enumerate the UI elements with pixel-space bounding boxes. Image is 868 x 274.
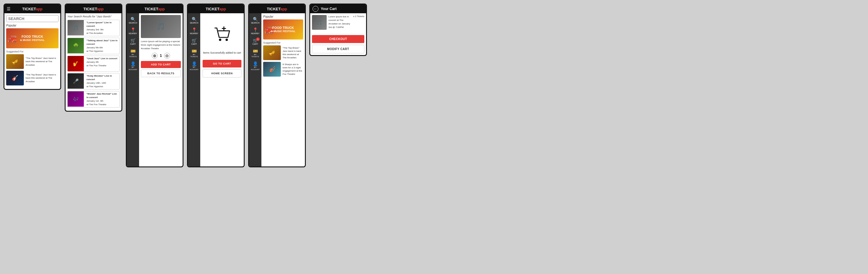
cart-plus-svg xyxy=(213,26,231,45)
result-title-2: "Talking about Jazz" Live in concert xyxy=(87,39,119,46)
back-button[interactable]: ← xyxy=(313,6,318,12)
result-img-content-4: 🎤 xyxy=(68,73,84,89)
result-info-4: "Koby Mendez" Live in concert January 13… xyxy=(86,73,119,89)
account-icon: 👤 xyxy=(130,61,135,66)
home-screen-button[interactable]: HOME SCREEN xyxy=(203,69,241,78)
result-venue-5: at The Fox Theatre xyxy=(87,103,119,106)
band-img-5: 🎻 xyxy=(263,62,281,77)
cart-item-thumbnail: 🎵 xyxy=(312,15,327,30)
qty-decrease-button[interactable]: ⊕ xyxy=(152,53,158,59)
card-img-5a: 🎺 xyxy=(263,45,281,60)
screen-event-detail: TICKETapp 🔍 SEARCH 📍 NEARBY 🛒 CART 🎫 MYT… xyxy=(126,3,184,167)
result-dates-4: January 13th- 14th xyxy=(87,81,119,85)
tickets-icon: 🎫 xyxy=(130,49,135,53)
quantity-control: ⊕ 1 ⊖ xyxy=(141,53,181,59)
search-icon-5: 🔍 xyxy=(253,17,258,22)
home-content-5: Popular FOOD TRUCK & MUSIC FESTIVAL Sugg… xyxy=(261,13,305,166)
nav-search-3[interactable]: 🔍 SEARCH xyxy=(127,16,139,25)
banner-text: FOOD TRUCK & MUSIC FESTIVAL xyxy=(19,34,45,43)
screen-home-with-badge: TICKETapp 🔍 SEARCH 📍 NEARBY 🛒 1 CART 🎫 M… xyxy=(248,3,306,167)
confirm-content: Items Successfully added to cart GO TO C… xyxy=(200,13,244,166)
event-description: Lorem Ipsum will be playing a special th… xyxy=(141,40,181,50)
nav-nearby-3[interactable]: 📍 NEARBY xyxy=(127,26,139,36)
result-image-5: 🎶 xyxy=(68,91,84,107)
list-item[interactable]: 🎵 "Lorem Ipsum" Live in concert January … xyxy=(67,20,120,36)
nav-tickets-3[interactable]: 🎫 MYTICKETS xyxy=(127,48,139,59)
side-nav-3: 🔍 SEARCH 📍 NEARBY 🛒 CART 🎫 MYTICKETS 👤 M… xyxy=(127,13,139,166)
result-info-5: "Blowin' Jazz Revival" Live in concert J… xyxy=(86,91,119,107)
list-item[interactable]: 🎸 "The Top Brass" Jazz band is back this… xyxy=(6,71,59,85)
card-desc-1: "The Top Brass" Jazz band is back this w… xyxy=(26,57,59,66)
cart-body: 🎵 Lorem Ipsum live in concert at The Arc… xyxy=(310,13,366,55)
nav-search-4[interactable]: 🔍 SEARCH xyxy=(188,16,200,25)
checkout-button[interactable]: CHECKOUT xyxy=(312,35,364,43)
list-item[interactable]: 🎷 "Used Jazz" Live in concert January 4t… xyxy=(67,56,120,72)
result-title-5: "Blowin' Jazz Revival" Live in concert xyxy=(87,92,119,99)
event-detail-content: 🎵 Lorem Ipsum will be playing a special … xyxy=(139,13,183,166)
result-image-3: 🎷 xyxy=(68,56,84,71)
jazz-image: 🎸 xyxy=(6,71,24,85)
cart-header: ← Your Cart xyxy=(310,4,366,13)
result-img-content-1: 🎵 xyxy=(68,20,84,35)
app-logo-4: TICKETapp xyxy=(206,7,226,11)
result-dates-1: January 3rd- 5th xyxy=(87,28,119,31)
nav-tickets-4[interactable]: 🎫 MYTICKETS xyxy=(188,48,200,59)
app-logo-5: TICKETapp xyxy=(267,7,287,11)
qty-increase-button[interactable]: ⊖ xyxy=(164,53,170,59)
nav-cart-5[interactable]: 🛒 1 CART xyxy=(249,37,261,46)
modify-cart-button[interactable]: MODIFY CART xyxy=(312,45,364,53)
nav-cart-4[interactable]: 🛒 CART xyxy=(188,37,200,46)
side-nav-4: 🔍 SEARCH 📍 NEARBY 🛒 CART 🎫 MYTICKETS 👤 M… xyxy=(188,13,200,166)
nav-account-5[interactable]: 👤 MYACCOUNT xyxy=(249,60,261,72)
back-to-results-button[interactable]: BACK TO RESULTS xyxy=(141,70,181,77)
banner-text-5: FOOD TRUCK & MUSIC FESTIVAL xyxy=(270,25,297,34)
list-item[interactable]: 🎶 "Blowin' Jazz Revival" Live in concert… xyxy=(67,91,120,108)
cart-item-row: 🎵 Lorem Ipsum live in concert at The Arc… xyxy=(312,15,364,30)
success-message: Items Successfully added to cart xyxy=(203,51,241,55)
nav-nearby-5[interactable]: 📍 NEARBY xyxy=(249,26,261,36)
search-input[interactable] xyxy=(6,16,59,22)
menu-icon[interactable]: ☰ xyxy=(7,6,10,11)
brass-image: 🎺 xyxy=(6,54,24,69)
result-dates-3: January 4th xyxy=(87,60,117,64)
result-title-4: "Koby Mendez" Live in concert xyxy=(87,74,119,81)
list-item[interactable]: 🎤 "Koby Mendez" Live in concert January … xyxy=(67,73,120,89)
result-info-2: "Talking about Jazz" Live in concert Jan… xyxy=(86,38,119,54)
result-img-content-2: 🌳 xyxy=(68,38,84,53)
card-image-1: 🎺 xyxy=(6,54,24,69)
screen-your-cart: ← Your Cart 🎵 Lorem Ipsum live in concer… xyxy=(309,3,367,56)
result-info-1: "Lorem Ipsum" Live in concert January 3r… xyxy=(86,20,119,36)
list-item[interactable]: 🎺 "The Top Brass" Jazz band is back this… xyxy=(6,54,59,69)
nav-account-3[interactable]: 👤 MYACCOUNT xyxy=(127,60,139,72)
search-icon: 🔍 xyxy=(130,17,135,22)
nav-search-5[interactable]: 🔍 SEARCH xyxy=(249,16,261,25)
go-to-cart-button[interactable]: GO TO CART xyxy=(203,60,241,67)
nearby-icon-4: 📍 xyxy=(192,27,197,32)
cart-icon-4: 🛒 xyxy=(192,38,197,43)
banner-image: FOOD TRUCK & MUSIC FESTIVAL xyxy=(6,28,59,48)
account-icon-5: 👤 xyxy=(253,61,258,66)
nav-nearby-4[interactable]: 📍 NEARBY xyxy=(188,26,200,36)
search-bar[interactable]: 🔍 xyxy=(6,15,59,22)
nav-account-4[interactable]: 👤 MYACCOUNT xyxy=(188,60,200,72)
event-image: 🎵 xyxy=(141,15,181,38)
app-logo-2: TICKETapp xyxy=(83,7,103,11)
result-venue-4: at The Hyperion xyxy=(87,85,119,88)
cart-item-image: 🎵 xyxy=(312,15,327,30)
popular-label: Popular xyxy=(6,24,59,27)
add-to-cart-button[interactable]: ADD TO CART xyxy=(141,61,181,68)
cart-icon: 🛒 xyxy=(130,38,135,43)
cart-badge: 1 xyxy=(256,37,260,41)
list-item[interactable]: 🎻 8 Sharps are in town for a 3-night eng… xyxy=(263,62,303,77)
result-title-1: "Lorem Ipsum" Live in concert xyxy=(87,21,119,28)
account-icon-4: 👤 xyxy=(192,61,197,66)
back-arrow-icon: ← xyxy=(314,7,317,11)
tickets-icon-4: 🎫 xyxy=(192,49,197,53)
list-item[interactable]: 🎺 "The Top Brass" Jazz band is back this… xyxy=(263,45,303,60)
list-item[interactable]: 🌳 "Talking about Jazz" Live in concert J… xyxy=(67,38,120,54)
app-header-4: TICKETapp xyxy=(188,4,244,13)
nav-tickets-5[interactable]: 🎫 MYTICKETS xyxy=(249,48,261,59)
nav-cart-3[interactable]: 🛒 CART xyxy=(127,37,139,46)
screen-search-results: TICKETapp Your Search Results for "Jazz … xyxy=(65,3,122,112)
search-query-label: Your Search Results for "Jazz Bands" xyxy=(67,15,120,18)
